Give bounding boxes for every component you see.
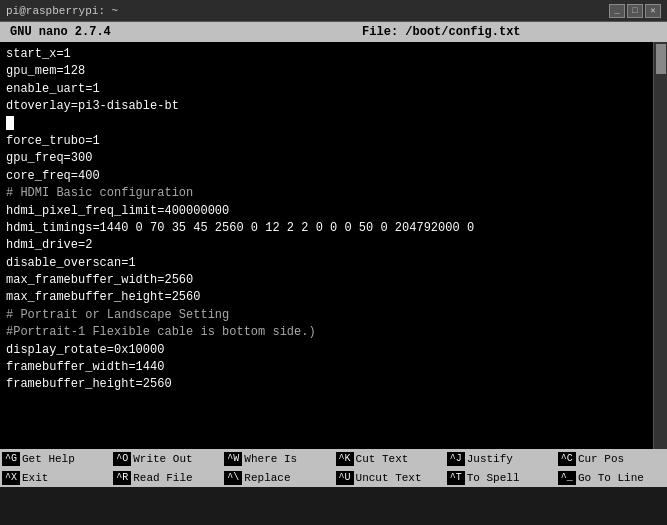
shortcut-item[interactable]: ^\Replace	[222, 471, 333, 485]
scrollbar[interactable]	[653, 42, 667, 449]
editor-line: hdmi_drive=2	[6, 237, 647, 254]
minimize-button[interactable]: _	[609, 4, 625, 18]
shortcut-item[interactable]: ^GGet Help	[0, 452, 111, 466]
shortcut-item[interactable]: ^_Go To Line	[556, 471, 667, 485]
title-bar: pi@raspberrypi: ~ _ □ ✕	[0, 0, 667, 22]
nano-filename: File: /boot/config.txt	[226, 25, 657, 39]
shortcut-label: Cur Pos	[578, 453, 624, 465]
editor-line: framebuffer_height=2560	[6, 376, 647, 393]
scrollbar-thumb[interactable]	[656, 44, 666, 74]
close-button[interactable]: ✕	[645, 4, 661, 18]
editor-line: max_framebuffer_height=2560	[6, 289, 647, 306]
editor-line: disable_overscan=1	[6, 255, 647, 272]
editor-line: hdmi_pixel_freq_limit=400000000	[6, 203, 647, 220]
shortcut-label: Replace	[244, 472, 290, 484]
shortcut-item[interactable]: ^WWhere Is	[222, 452, 333, 466]
shortcut-label: Exit	[22, 472, 48, 484]
shortcut-item[interactable]: ^KCut Text	[334, 452, 445, 466]
shortcut-key: ^R	[113, 471, 131, 485]
editor-line: dtoverlay=pi3-disable-bt	[6, 98, 647, 115]
shortcut-row-2: ^XExit^RRead File^\Replace^UUncut Text^T…	[0, 468, 667, 487]
title-bar-controls: _ □ ✕	[609, 4, 661, 18]
editor-line: start_x=1	[6, 46, 647, 63]
editor-line: gpu_mem=128	[6, 63, 647, 80]
shortcut-label: Where Is	[244, 453, 297, 465]
shortcut-item[interactable]: ^CCur Pos	[556, 452, 667, 466]
editor-line: #Portrait-1 Flexible cable is bottom sid…	[6, 324, 647, 341]
editor-line: hdmi_timings=1440 0 70 35 45 2560 0 12 2…	[6, 220, 647, 237]
shortcut-label: Cut Text	[356, 453, 409, 465]
nano-header: GNU nano 2.7.4 File: /boot/config.txt	[0, 22, 667, 42]
shortcut-label: Uncut Text	[356, 472, 422, 484]
shortcut-label: Go To Line	[578, 472, 644, 484]
editor-line: core_freq=400	[6, 168, 647, 185]
editor-container: start_x=1 gpu_mem=128 enable_uart=1 dtov…	[0, 42, 667, 449]
nano-version: GNU nano 2.7.4	[10, 25, 226, 39]
shortcut-item[interactable]: ^JJustify	[445, 452, 556, 466]
shortcut-key: ^T	[447, 471, 465, 485]
shortcut-key: ^U	[336, 471, 354, 485]
shortcut-label: Get Help	[22, 453, 75, 465]
shortcut-bar: ^GGet Help^OWrite Out^WWhere Is^KCut Tex…	[0, 449, 667, 487]
shortcut-item[interactable]: ^TTo Spell	[445, 471, 556, 485]
editor-line: gpu_freq=300	[6, 150, 647, 167]
shortcut-row-1: ^GGet Help^OWrite Out^WWhere Is^KCut Tex…	[0, 449, 667, 468]
editor-content[interactable]: start_x=1 gpu_mem=128 enable_uart=1 dtov…	[0, 42, 653, 449]
cursor	[6, 116, 14, 130]
shortcut-key: ^\	[224, 471, 242, 485]
shortcut-label: Read File	[133, 472, 192, 484]
shortcut-label: Justify	[467, 453, 513, 465]
shortcut-item[interactable]: ^OWrite Out	[111, 452, 222, 466]
shortcut-key: ^K	[336, 452, 354, 466]
shortcut-label: To Spell	[467, 472, 520, 484]
shortcut-key: ^J	[447, 452, 465, 466]
editor-line	[6, 116, 647, 133]
shortcut-key: ^G	[2, 452, 20, 466]
shortcut-key: ^_	[558, 471, 576, 485]
shortcut-key: ^X	[2, 471, 20, 485]
shortcut-item[interactable]: ^XExit	[0, 471, 111, 485]
editor-line: # HDMI Basic configuration	[6, 185, 647, 202]
editor-line: enable_uart=1	[6, 81, 647, 98]
shortcut-key: ^C	[558, 452, 576, 466]
shortcut-item[interactable]: ^RRead File	[111, 471, 222, 485]
shortcut-item[interactable]: ^UUncut Text	[334, 471, 445, 485]
editor-line: force_trubo=1	[6, 133, 647, 150]
shortcut-rows: ^GGet Help^OWrite Out^WWhere Is^KCut Tex…	[0, 449, 667, 487]
editor-line: # Portrait or Landscape Setting	[6, 307, 647, 324]
shortcut-label: Write Out	[133, 453, 192, 465]
editor-line: framebuffer_width=1440	[6, 359, 647, 376]
maximize-button[interactable]: □	[627, 4, 643, 18]
editor-line: display_rotate=0x10000	[6, 342, 647, 359]
title-bar-text: pi@raspberrypi: ~	[6, 5, 609, 17]
shortcut-key: ^W	[224, 452, 242, 466]
editor-line: max_framebuffer_width=2560	[6, 272, 647, 289]
shortcut-key: ^O	[113, 452, 131, 466]
